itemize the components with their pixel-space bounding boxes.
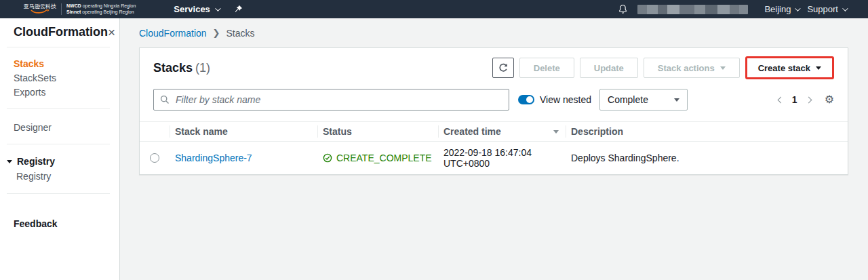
divider bbox=[7, 144, 110, 144]
status-text: CREATE_COMPLETE bbox=[336, 153, 432, 163]
row-radio-button[interactable] bbox=[150, 153, 159, 163]
support-menu[interactable]: Support bbox=[807, 4, 846, 14]
region-selector[interactable]: Beijing bbox=[764, 4, 799, 14]
next-page-icon[interactable] bbox=[805, 96, 812, 103]
create-stack-button-label: Create stack bbox=[758, 63, 810, 73]
column-header-created-time[interactable]: Created time bbox=[438, 122, 566, 142]
search-icon bbox=[160, 95, 170, 104]
caret-down-icon bbox=[720, 66, 726, 70]
sidebar-item-designer[interactable]: Designer bbox=[0, 121, 119, 144]
sidebar-section-registry[interactable]: Registry bbox=[0, 155, 119, 168]
status-cell: CREATE_COMPLETE bbox=[317, 142, 438, 175]
current-page-number[interactable]: 1 bbox=[792, 94, 797, 105]
sidebar-item-exports[interactable]: Exports bbox=[14, 85, 119, 99]
stack-actions-button-label: Stack actions bbox=[658, 63, 715, 73]
refresh-icon bbox=[498, 62, 509, 73]
column-header-description: Description bbox=[566, 122, 848, 142]
selection-column-header bbox=[140, 122, 170, 142]
created-time-cell: 2022-09-18 16:47:04 UTC+0800 bbox=[438, 142, 566, 175]
table-header-row: Stack name Status Created time Descripti… bbox=[140, 122, 848, 142]
divider bbox=[7, 47, 110, 47]
stack-actions-toolbar: Delete Update Stack actions Create stack bbox=[492, 56, 834, 79]
stack-count: (1) bbox=[195, 61, 210, 75]
create-stack-button[interactable]: Create stack bbox=[745, 56, 834, 79]
caret-down-icon bbox=[816, 66, 821, 70]
notice-line1-text: operating Ningxia Region bbox=[81, 3, 136, 8]
view-nested-label: View nested bbox=[540, 94, 591, 105]
previous-page-icon[interactable] bbox=[777, 96, 784, 103]
pin-shortcut-icon[interactable] bbox=[234, 5, 243, 14]
topbar-right-group: Beijing Support bbox=[618, 4, 846, 14]
notice-line1-operator: NWCD bbox=[66, 3, 81, 8]
created-time-header-label: Created time bbox=[443, 126, 501, 137]
delete-button-label: Delete bbox=[534, 63, 560, 73]
chevron-down-icon bbox=[215, 5, 220, 11]
row-select-cell bbox=[140, 142, 170, 175]
description-cell: Deploys ShardingSphere. bbox=[566, 142, 848, 175]
divider bbox=[7, 108, 110, 109]
sidebar-item-registry[interactable]: Registry bbox=[0, 169, 119, 183]
registry-section-label: Registry bbox=[17, 155, 55, 168]
amazon-smile-icon bbox=[30, 9, 50, 15]
stack-actions-button[interactable]: Stack actions bbox=[644, 58, 740, 78]
support-menu-label: Support bbox=[807, 4, 838, 14]
sort-descending-icon bbox=[553, 130, 559, 134]
chevron-down-icon bbox=[795, 5, 801, 11]
stacks-table: Stack name Status Created time Descripti… bbox=[140, 121, 848, 174]
breadcrumb-separator-icon: ❯ bbox=[213, 28, 220, 38]
panel-title: Stacks(1) bbox=[153, 61, 210, 75]
update-button[interactable]: Update bbox=[580, 58, 638, 78]
panel-title-text: Stacks bbox=[153, 61, 193, 75]
stack-name-link[interactable]: ShardingSphere-7 bbox=[175, 153, 252, 163]
pagination: 1 bbox=[778, 94, 811, 105]
divider bbox=[7, 193, 110, 194]
column-header-stack-name: Stack name bbox=[170, 122, 317, 142]
breadcrumb: CloudFormation ❯ Stacks bbox=[120, 18, 868, 47]
stack-filter-input[interactable] bbox=[174, 94, 502, 106]
delete-button[interactable]: Delete bbox=[519, 58, 574, 78]
gear-icon[interactable]: ⚙ bbox=[825, 94, 834, 105]
notice-line2-operator: Sinnet bbox=[66, 9, 81, 14]
breadcrumb-cloudformation-link[interactable]: CloudFormation bbox=[139, 28, 207, 39]
stack-name-cell: ShardingSphere-7 bbox=[170, 142, 317, 175]
stack-filter-searchbox bbox=[153, 89, 509, 111]
aws-china-logo[interactable]: 亚马逊云科技 bbox=[24, 3, 56, 15]
notifications-bell-icon[interactable] bbox=[618, 4, 628, 14]
check-circle-icon bbox=[323, 153, 332, 163]
notice-line2-text: operating Beijing Region bbox=[81, 9, 134, 14]
sidebar-item-stacks[interactable]: Stacks bbox=[14, 57, 119, 71]
sidebar-item-stacksets[interactable]: StackSets bbox=[14, 71, 119, 85]
chevron-down-icon bbox=[842, 5, 848, 11]
update-button-label: Update bbox=[594, 63, 624, 73]
column-header-status: Status bbox=[317, 122, 438, 142]
sidebar-title: CloudFormation bbox=[14, 25, 108, 39]
status-filter-value: Complete bbox=[608, 94, 648, 105]
breadcrumb-current: Stacks bbox=[226, 28, 255, 39]
cloudformation-sidebar: CloudFormation × Stacks StackSets Export… bbox=[0, 18, 120, 280]
caret-down-icon bbox=[674, 98, 679, 102]
stacks-panel: Stacks(1) Delete Update Stack actions bbox=[139, 47, 848, 175]
region-operator-notice: NWCD operating Ningxia Region Sinnet ope… bbox=[61, 3, 136, 15]
services-menu-label: Services bbox=[174, 4, 210, 14]
refresh-button[interactable] bbox=[492, 58, 514, 78]
account-name-redacted[interactable] bbox=[637, 5, 748, 14]
close-icon[interactable]: × bbox=[108, 26, 115, 39]
services-menu[interactable]: Services bbox=[174, 4, 219, 14]
sidebar-item-feedback[interactable]: Feedback bbox=[0, 217, 119, 231]
view-nested-toggle[interactable] bbox=[518, 95, 534, 104]
region-selector-label: Beijing bbox=[764, 4, 791, 14]
sidebar-nav: Stacks StackSets Exports bbox=[0, 57, 119, 108]
top-navigation-bar: 亚马逊云科技 NWCD operating Ningxia Region Sin… bbox=[0, 0, 868, 18]
aws-china-logo-text: 亚马逊云科技 bbox=[24, 3, 56, 9]
triangle-down-icon bbox=[7, 160, 12, 163]
status-filter-dropdown[interactable]: Complete bbox=[599, 89, 688, 111]
main-content: CloudFormation ❯ Stacks Stacks(1) Dele bbox=[120, 18, 868, 280]
table-row: ShardingSphere-7 CREATE_COMPLETE 2022-09… bbox=[140, 142, 848, 175]
toggle-knob bbox=[526, 96, 533, 103]
